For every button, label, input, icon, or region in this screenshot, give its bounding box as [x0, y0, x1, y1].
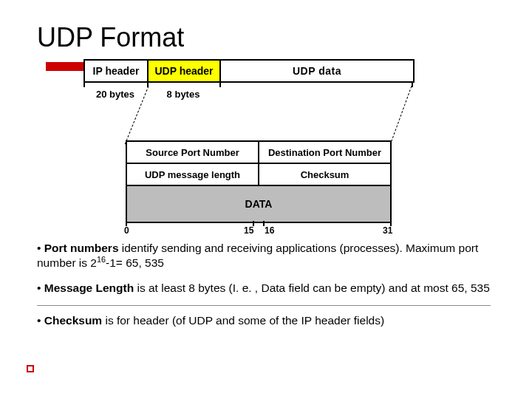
dgram-row-ports: Source Port Number Destination Port Numb…: [127, 142, 390, 164]
udp-header-cell: UDP header: [149, 61, 221, 81]
udp-bytes-label: 8 bytes: [147, 89, 219, 100]
udp-diagram: IP header UDP header UDP data 20 bytes 8…: [37, 59, 495, 244]
bytes-labels: 20 bytes 8 bytes: [83, 89, 219, 100]
bold-message-length: Message Length: [44, 282, 134, 294]
ip-bytes-label: 20 bytes: [83, 89, 147, 100]
exponent-16: 16: [97, 255, 106, 264]
msg-length-cell: UDP message length: [127, 164, 259, 185]
text-message-length: is at least 8 bytes (I. e. , Data field …: [134, 282, 490, 294]
projection-line-right: [391, 86, 412, 142]
bullet-checksum: • Checksum is for header (of UDP and som…: [37, 313, 491, 327]
slide: UDP Format IP header UDP header UDP data…: [0, 0, 532, 399]
ruler-label-15: 15: [244, 225, 253, 236]
encapsulation-row: IP header UDP header UDP data: [83, 59, 415, 83]
dgram-row-len-chk: UDP message length Checksum: [127, 164, 390, 186]
divider-line: [37, 305, 491, 306]
body-text: • Port numbers identify sending and rece…: [37, 241, 491, 328]
ruler-label-16: 16: [265, 225, 274, 236]
source-port-cell: Source Port Number: [127, 142, 259, 163]
udp-datagram-table: Source Port Number Destination Port Numb…: [126, 140, 392, 223]
page-title: UDP Format: [37, 22, 495, 53]
checksum-cell: Checksum: [259, 164, 390, 185]
data-cell: DATA: [127, 186, 390, 222]
dest-port-cell: Destination Port Number: [259, 142, 390, 163]
text-checksum: is for header (of UDP and some of the IP…: [102, 314, 384, 327]
bold-checksum: Checksum: [44, 314, 102, 327]
udp-data-cell: UDP data: [221, 61, 413, 81]
ip-header-cell: IP header: [85, 61, 149, 81]
slide-bullet-icon: [27, 365, 34, 372]
ruler-label-0: 0: [124, 225, 129, 236]
text-port-numbers-tail: -1= 65, 535: [106, 257, 164, 270]
bullet-message-length: • Message Length is at least 8 bytes (I.…: [37, 281, 491, 295]
bullet-port-numbers: • Port numbers identify sending and rece…: [37, 241, 491, 270]
ruler-label-31: 31: [383, 225, 392, 236]
